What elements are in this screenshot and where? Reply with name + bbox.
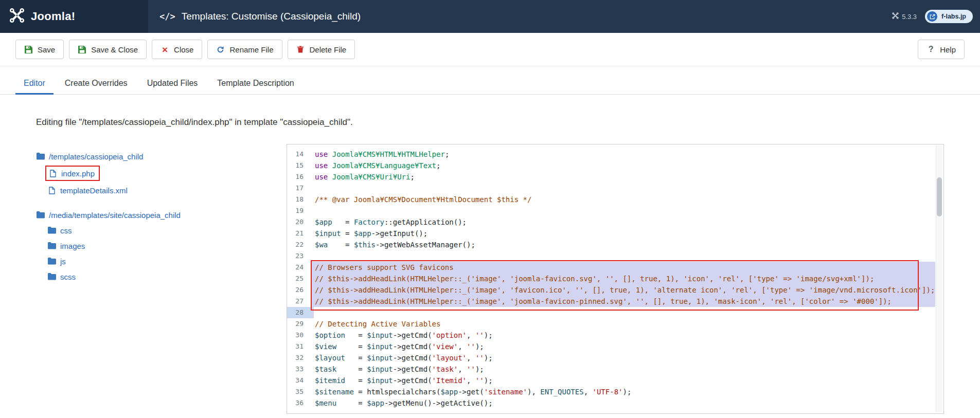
code-line[interactable]: 18/** @var Joomla¥CMS¥Document¥HtmlDocum… bbox=[287, 194, 935, 205]
code-line-text: // Browsers support SVG favicons bbox=[311, 262, 935, 273]
save-close-label: Save & Close bbox=[91, 45, 138, 54]
tree-item-templatedetails-xml[interactable]: templateDetails.xml bbox=[47, 184, 128, 196]
help-button[interactable]: ? Help bbox=[918, 40, 965, 59]
tab-editor[interactable]: Editor bbox=[15, 74, 54, 95]
file-icon bbox=[48, 170, 57, 177]
code-line-text: // $this->addHeadLink(HTMLHelper::_('ima… bbox=[311, 284, 935, 296]
tree-group: /media/templates/site/cassiopeia_childcs… bbox=[36, 209, 287, 283]
code-line[interactable]: 16use Joomla¥CMS¥Uri¥Uri; bbox=[287, 171, 935, 183]
code-line[interactable]: 21$input = $app->getInput(); bbox=[287, 228, 935, 239]
tree-item-images[interactable]: images bbox=[47, 240, 85, 252]
code-line[interactable]: 35$sitename = htmlspecialchars($app->get… bbox=[287, 386, 935, 397]
close-button[interactable]: × Close bbox=[152, 40, 202, 59]
line-number: 32 bbox=[287, 352, 311, 364]
tree-item-index-php[interactable]: index.php bbox=[45, 166, 100, 181]
code-area[interactable]: 14use Joomla¥CMS¥HTML¥HTMLHelper;15use J… bbox=[287, 144, 943, 413]
code-line[interactable]: 23 bbox=[287, 250, 935, 262]
tree-folder-media-templates-site-cassiopeia-child[interactable]: /media/templates/site/cassiopeia_child bbox=[36, 209, 181, 221]
tab-create-overrides[interactable]: Create Overrides bbox=[57, 74, 136, 95]
line-number: 20 bbox=[287, 216, 311, 228]
code-line[interactable]: 22$wa = $this->getWebAssetManager(); bbox=[287, 239, 935, 250]
code-line-text: // Detecting Active Variables bbox=[311, 318, 935, 330]
tab-template-description[interactable]: Template Description bbox=[209, 74, 302, 95]
code-line-text: $app = Factory::getApplication(); bbox=[311, 216, 935, 228]
code-line[interactable]: 31$view = $input->getCmd('view', ''); bbox=[287, 341, 935, 352]
save-label: Save bbox=[38, 45, 55, 54]
code-line-text: $wa = $this->getWebAssetManager(); bbox=[311, 239, 935, 250]
code-line[interactable]: 32$layout = $input->getCmd('layout', '')… bbox=[287, 352, 935, 364]
code-line-text: /** @var Joomla¥CMS¥Document¥HtmlDocumen… bbox=[311, 194, 935, 205]
code-line-text: // $this->addHeadLink(HTMLHelper::_('ima… bbox=[311, 273, 935, 284]
code-line-text: $itemid = $input->getCmd('Itemid', ''); bbox=[311, 375, 935, 386]
line-number: 27 bbox=[287, 296, 311, 307]
code-line[interactable]: 36$menu = $app->getMenu()->getActive(); bbox=[287, 397, 935, 409]
line-number: 30 bbox=[287, 330, 311, 341]
code-line[interactable]: 26// $this->addHeadLink(HTMLHelper::_('i… bbox=[287, 284, 935, 296]
code-editor[interactable]: 14use Joomla¥CMS¥HTML¥HTMLHelper;15use J… bbox=[287, 144, 944, 414]
line-number: 24 bbox=[287, 262, 311, 273]
delete-file-button[interactable]: Delete File bbox=[288, 40, 355, 59]
joomla-logo-icon bbox=[9, 8, 25, 25]
code-line[interactable]: 33$task = $input->getCmd('task', ''); bbox=[287, 364, 935, 375]
line-number: 17 bbox=[287, 183, 311, 194]
line-number: 34 bbox=[287, 375, 311, 386]
line-number: 19 bbox=[287, 205, 311, 216]
code-line[interactable]: 28 bbox=[287, 307, 935, 318]
tree-item-label: scss bbox=[60, 272, 76, 281]
site-link-button[interactable]: f-labs.jp bbox=[925, 10, 973, 23]
save-icon bbox=[24, 45, 33, 54]
code-line[interactable]: 14use Joomla¥CMS¥HTML¥HTMLHelper; bbox=[287, 149, 935, 160]
code-line[interactable]: 17 bbox=[287, 183, 935, 194]
line-number: 25 bbox=[287, 273, 311, 284]
help-icon: ? bbox=[926, 45, 935, 54]
tree-item-label: css bbox=[60, 226, 72, 235]
tab-bar: EditorCreate OverridesUpdated FilesTempl… bbox=[0, 74, 980, 95]
editing-note: Editing file "/templates/cassiopeia_chil… bbox=[36, 117, 944, 128]
code-line-text bbox=[311, 183, 935, 194]
tree-item-js[interactable]: js bbox=[47, 255, 66, 267]
code-line[interactable]: 24// Browsers support SVG favicons bbox=[287, 262, 935, 273]
code-line[interactable]: 25// $this->addHeadLink(HTMLHelper::_('i… bbox=[287, 273, 935, 284]
folder-icon bbox=[47, 227, 56, 234]
save-close-button[interactable]: Save & Close bbox=[69, 40, 147, 59]
editor-scrollbar-thumb[interactable] bbox=[937, 177, 942, 216]
editor-scrollbar[interactable] bbox=[936, 146, 942, 412]
tree-folder-templates-cassiopeia-child[interactable]: /templates/cassiopeia_child bbox=[36, 150, 143, 162]
code-line[interactable]: 30$option = $input->getCmd('option', '')… bbox=[287, 330, 935, 341]
tab-updated-files[interactable]: Updated Files bbox=[139, 74, 206, 95]
joomla-brand[interactable]: Joomla! bbox=[0, 0, 148, 33]
body-row: /templates/cassiopeia_childindex.phptemp… bbox=[36, 144, 944, 414]
code-line-text: $input = $app->getInput(); bbox=[311, 228, 935, 239]
tree-folder-label: /templates/cassiopeia_child bbox=[49, 152, 143, 161]
tree-folder-label: /media/templates/site/cassiopeia_child bbox=[49, 211, 181, 220]
code-line[interactable]: 29// Detecting Active Variables bbox=[287, 318, 935, 330]
site-link-label: f-labs.jp bbox=[941, 13, 966, 20]
tree-item-label: index.php bbox=[61, 169, 95, 178]
code-line-text: use Joomla¥CMS¥Language¥Text; bbox=[311, 160, 935, 171]
external-link-icon bbox=[927, 11, 937, 22]
help-label: Help bbox=[940, 45, 956, 54]
code-line[interactable]: 15use Joomla¥CMS¥Language¥Text; bbox=[287, 160, 935, 171]
code-line-text bbox=[311, 205, 935, 216]
code-line-text: // $this->addHeadLink(HTMLHelper::_('ima… bbox=[311, 296, 935, 307]
save-button[interactable]: Save bbox=[15, 40, 64, 59]
code-line-text: $task = $input->getCmd('task', ''); bbox=[311, 364, 935, 375]
code-line[interactable]: 20$app = Factory::getApplication(); bbox=[287, 216, 935, 228]
line-number: 15 bbox=[287, 160, 311, 171]
rename-file-button[interactable]: Rename File bbox=[207, 40, 282, 59]
tree-item-css[interactable]: css bbox=[47, 224, 72, 237]
tree-item-label: js bbox=[60, 257, 66, 266]
folder-icon bbox=[36, 153, 45, 160]
folder-icon bbox=[47, 273, 56, 280]
tree-item-scss[interactable]: scss bbox=[47, 270, 76, 283]
code-line[interactable]: 19 bbox=[287, 205, 935, 216]
code-line[interactable]: 34$itemid = $input->getCmd('Itemid', '')… bbox=[287, 375, 935, 386]
line-number: 23 bbox=[287, 250, 311, 262]
line-number: 36 bbox=[287, 397, 311, 409]
tree-item-label: templateDetails.xml bbox=[60, 186, 128, 195]
code-line[interactable]: 27// $this->addHeadLink(HTMLHelper::_('i… bbox=[287, 296, 935, 307]
code-line-text bbox=[311, 250, 935, 262]
version-text: 5.3.3 bbox=[902, 13, 917, 21]
version-badge: 5.3.3 bbox=[892, 12, 917, 21]
tree-group: /templates/cassiopeia_childindex.phptemp… bbox=[36, 150, 287, 196]
